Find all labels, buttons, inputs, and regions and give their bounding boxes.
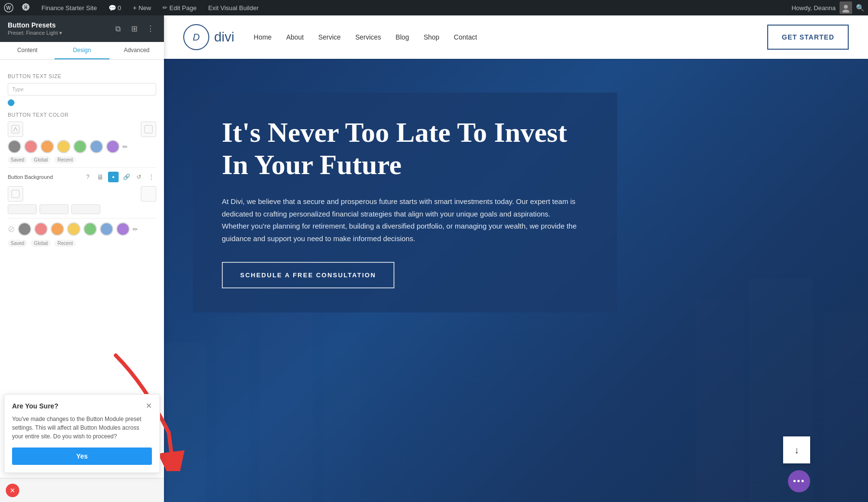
bg-control-icons: ? 🖥 ● 🔗 ↺ ⋮ (83, 172, 156, 182)
dots-menu-button[interactable]: ••• (788, 470, 810, 492)
swatch-yellow[interactable] (57, 140, 70, 153)
hero-title: It's Never Too Late To Invest In Your Fu… (222, 117, 588, 181)
swatch2-purple[interactable] (116, 222, 130, 236)
close-x-button[interactable]: ✕ (6, 484, 19, 497)
nav-shop[interactable]: Shop (423, 33, 439, 41)
svg-text:W: W (6, 5, 11, 11)
site-nav: Home About Service Services Blog Shop Co… (254, 33, 767, 41)
get-started-button[interactable]: GET STARTED (767, 25, 849, 50)
site-name-text: Finance Starter Site (41, 4, 97, 12)
site-logo[interactable]: D divi (183, 24, 234, 50)
confirm-close-btn[interactable]: ✕ (146, 402, 152, 410)
nav-service[interactable]: Service (318, 33, 341, 41)
confirm-yes-button[interactable]: Yes (12, 448, 152, 465)
swatch2-yellow[interactable] (67, 222, 81, 236)
panel-subtitle[interactable]: Preset: Finance Light ▾ (8, 30, 62, 36)
pencil-color2-icon[interactable]: ✏ (133, 226, 138, 233)
swatch2-green[interactable] (83, 222, 97, 236)
svg-rect-6 (12, 190, 19, 198)
left-panel: Button Presets Preset: Finance Light ▾ ⧉… (0, 15, 164, 502)
site-header: D divi Home About Service Services Blog … (164, 15, 868, 59)
search-admin-icon[interactable]: 🔍 (856, 4, 864, 12)
text-size-radio[interactable] (8, 99, 14, 106)
confirm-message: You've made changes to the Button Module… (12, 415, 152, 441)
comment-count: 0 (118, 4, 121, 12)
bottom-bar: ✕ (0, 478, 164, 502)
active-bg-btn[interactable]: ● (108, 172, 119, 182)
swatch-purple[interactable] (106, 140, 120, 153)
svg-rect-12 (324, 332, 361, 502)
bg-preview-box[interactable] (8, 186, 23, 202)
svg-rect-14 (749, 279, 813, 502)
tab-design[interactable]: Design (54, 42, 109, 59)
svg-marker-8 (159, 457, 183, 469)
button-bg-control-row: Button Background ? 🖥 ● 🔗 ↺ ⋮ (8, 172, 156, 182)
edit-page-link[interactable]: ✏ Edit Page (160, 4, 199, 12)
color-tags2-row: Saved Global Recent (8, 240, 156, 247)
divider-2 (8, 218, 156, 218)
tab-content[interactable]: Content (0, 42, 54, 59)
link-icon[interactable]: 🔗 (122, 172, 131, 182)
site-link[interactable]: Finance Starter Site (39, 4, 100, 12)
global-tag-2[interactable]: Global (31, 240, 51, 247)
small-preview-row (8, 204, 156, 214)
admin-bar: W 🅦 Finance Starter Site 💬 0 + New ✏ Edi… (0, 0, 868, 15)
color-tags-row: Saved Global Recent (8, 156, 156, 163)
swatch-green[interactable] (73, 140, 87, 153)
new-content-link[interactable]: + New (130, 4, 154, 12)
copy-icon-btn[interactable]: ⧉ (112, 23, 123, 35)
swatch-blue[interactable] (90, 140, 103, 153)
grid-icon-btn[interactable]: ⊞ (128, 23, 140, 35)
svg-point-3 (842, 10, 849, 13)
swatch-orange[interactable] (41, 140, 54, 153)
nav-services[interactable]: Services (355, 33, 381, 41)
exit-builder-link[interactable]: Exit Visual Builder (205, 4, 262, 12)
desktop-icon[interactable]: 🖥 (95, 172, 105, 182)
user-avatar[interactable] (840, 1, 852, 14)
swatch2-orange[interactable] (51, 222, 64, 236)
kebab-icon-btn[interactable]: ⋮ (145, 23, 156, 35)
swatch-pink[interactable] (24, 140, 38, 153)
refresh-icon[interactable]: ↺ (134, 172, 144, 182)
nav-home[interactable]: Home (254, 33, 271, 41)
nav-about[interactable]: About (286, 33, 304, 41)
svg-rect-11 (259, 289, 312, 502)
svg-rect-15 (823, 311, 866, 502)
swatch-gray[interactable] (8, 140, 21, 153)
hero-cta-button[interactable]: SCHEDULE A FREE CONSULTATION (222, 262, 394, 288)
question-icon[interactable]: ? (83, 172, 93, 182)
saved-tag[interactable]: Saved (8, 156, 27, 163)
plus-icon: + (133, 4, 136, 12)
pencil-color-icon[interactable]: ✏ (122, 143, 128, 150)
small-preview-1 (8, 204, 37, 214)
new-label: New (138, 4, 151, 12)
panel-title: Button Presets (8, 21, 62, 29)
site-name-link[interactable]: 🅦 (19, 3, 33, 12)
tab-advanced[interactable]: Advanced (109, 42, 164, 59)
bg-swatch-btn[interactable] (141, 186, 156, 202)
more-icon[interactable]: ⋮ (147, 172, 156, 182)
howdy-text: Howdy, Deanna (791, 4, 836, 12)
global-tag[interactable]: Global (31, 156, 51, 163)
swatch2-blue[interactable] (100, 222, 113, 236)
text-color-preview-row (8, 122, 156, 137)
down-arrow-icon: ↓ (794, 445, 799, 456)
text-color-preview[interactable] (8, 122, 23, 137)
text-size-input[interactable]: Type (8, 83, 156, 95)
comments-link[interactable]: 💬 0 (106, 4, 124, 12)
scroll-down-button[interactable]: ↓ (783, 436, 810, 463)
swatch2-pink[interactable] (34, 222, 48, 236)
swatch2-gray[interactable] (18, 222, 31, 236)
svg-rect-5 (145, 125, 152, 133)
saved-tag-2[interactable]: Saved (8, 240, 27, 247)
svg-rect-4 (12, 125, 19, 133)
logo-text: divi (214, 29, 234, 45)
recent-tag[interactable]: Recent (54, 156, 76, 163)
exit-builder-label: Exit Visual Builder (208, 4, 259, 12)
hero-section: It's Never Too Late To Invest In Your Fu… (164, 59, 868, 502)
nav-blog[interactable]: Blog (395, 33, 409, 41)
nav-contact[interactable]: Contact (454, 33, 477, 41)
recent-tag-2[interactable]: Recent (54, 240, 76, 247)
text-color-swatch-btn[interactable] (141, 122, 156, 137)
confirm-title: Are You Sure? (12, 402, 58, 410)
